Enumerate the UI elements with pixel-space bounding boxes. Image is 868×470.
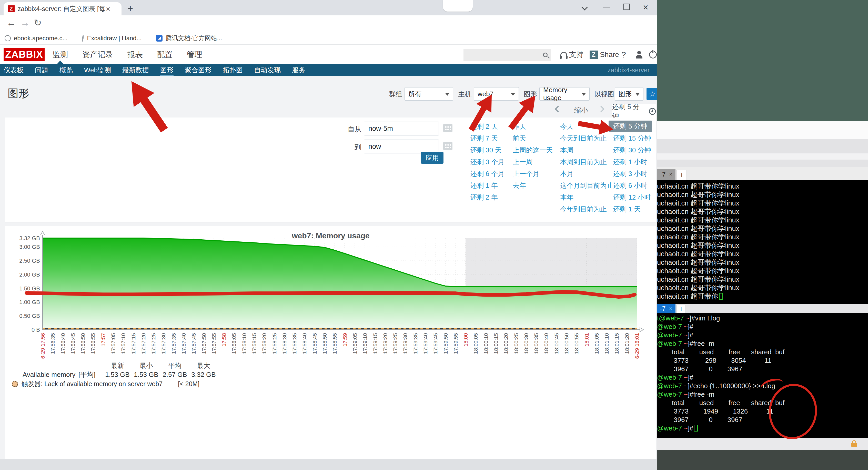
graph-select[interactable]: Memory usage — [539, 87, 590, 100]
x-tick-label: 17:58:50 — [322, 333, 328, 354]
zoom-out-button[interactable]: 缩小 — [574, 106, 588, 115]
terminal-tab-2[interactable]: -7 × — [657, 304, 676, 313]
quick-range-link[interactable]: 本月 — [560, 168, 614, 180]
group-select[interactable]: 所有 — [405, 87, 453, 100]
subnav-item-自动发现[interactable]: 自动发现 — [254, 64, 281, 76]
quick-range-link[interactable]: 还剩 7 天 — [470, 133, 504, 144]
quick-range-link[interactable]: 还剩 1 天 — [613, 203, 652, 215]
quick-range-link[interactable]: 还剩 1 年 — [470, 180, 504, 192]
tab-search-icon[interactable] — [581, 3, 589, 11]
profile-link[interactable] — [635, 45, 643, 64]
quick-range-link[interactable]: 上一周 — [513, 156, 553, 168]
quick-range-link[interactable]: 本年 — [560, 192, 614, 203]
from-label: 自从 — [341, 125, 362, 134]
legend-header: 最大 — [189, 361, 218, 370]
apply-button[interactable]: 应用 — [421, 152, 443, 164]
quick-range-link[interactable]: 本周 — [560, 144, 614, 156]
quick-range-link[interactable]: 还剩 30 分钟 — [613, 144, 652, 156]
help-link[interactable]: ? — [621, 45, 626, 64]
subnav-item-聚合图形[interactable]: 聚合图形 — [185, 64, 212, 76]
browser-tab[interactable]: Z zabbix4-server: 自定义图表 [每 × — [4, 2, 122, 16]
subnav-item-问题[interactable]: 问题 — [35, 64, 48, 76]
search-input[interactable] — [463, 49, 551, 61]
time-range-tab[interactable]: 还剩 5 分钟 — [612, 104, 656, 119]
to-input[interactable]: now — [364, 140, 439, 153]
x-tick-label: 17:57:05 — [110, 333, 116, 354]
maximize-icon[interactable] — [623, 4, 629, 10]
x-tick-label: 18:01 — [584, 333, 590, 347]
terminal-tab-2-close-icon[interactable]: × — [669, 305, 673, 312]
new-tab-button[interactable]: + — [128, 3, 133, 14]
terminal-output-2[interactable]: t@web-7 ~]#vim t.log@web-7 ~]#@web-7 ~]#… — [657, 313, 868, 438]
nav-item-配置[interactable]: 配置 — [157, 50, 173, 60]
subnav-item-概览[interactable]: 概览 — [60, 64, 73, 76]
bookmark-item[interactable]: 腾讯文档-官方网站... — [156, 34, 222, 42]
nav-item-资产记录[interactable]: 资产记录 — [82, 50, 113, 60]
time-back-icon[interactable] — [556, 107, 561, 112]
bookmark-item[interactable]: Excalidraw | Hand... — [82, 35, 142, 42]
time-forward-icon[interactable] — [599, 107, 604, 112]
terminal-new-tab-button-2[interactable]: + — [677, 305, 686, 313]
quick-range-link[interactable]: 还剩 5 分钟 — [609, 121, 652, 132]
quick-range-link[interactable]: 还剩 6 个月 — [470, 168, 504, 180]
x-tick-label: 17:59:30 — [402, 333, 408, 354]
prompt-command: ]# — [688, 424, 693, 432]
quick-range-link[interactable]: 还剩 12 小时 — [613, 192, 652, 203]
prompt-path: ~ — [684, 314, 689, 322]
quick-range-link[interactable]: 本周到目前为止 — [560, 156, 614, 168]
x-tick-label: 17:58:10 — [241, 333, 247, 354]
terminal-line: uchaoit.cn 超哥带你学linux — [657, 284, 868, 292]
subnav-item-拓扑图[interactable]: 拓扑图 — [223, 64, 243, 76]
tab-close-icon[interactable]: × — [106, 5, 111, 13]
reload-icon[interactable]: ↻ — [34, 18, 41, 28]
minimize-icon[interactable] — [603, 7, 610, 7]
nav-item-监测[interactable]: 监测 — [53, 50, 68, 60]
forward-icon[interactable]: → — [21, 18, 30, 28]
view-as-select[interactable]: 图形 — [615, 87, 644, 100]
quick-range-link[interactable]: 前天 — [513, 133, 553, 144]
nav-item-报表[interactable]: 报表 — [127, 50, 143, 60]
terminal-tab-1[interactable]: -7 × — [657, 169, 676, 180]
quick-range-link[interactable]: 还剩 15 分钟 — [613, 133, 652, 144]
bookmark-item[interactable]: ebook.apecome.c... — [5, 35, 67, 42]
x-tick-label: 17:57:40 — [181, 333, 187, 354]
quick-range-link[interactable]: 去年 — [513, 180, 553, 192]
quick-range-link[interactable]: 还剩 3 小时 — [613, 168, 652, 180]
terminal-line: uchaoit.cn 超哥带你学linux — [657, 267, 868, 275]
quick-range-link[interactable]: 上一个月 — [513, 168, 553, 180]
terminal-tab-1-close-icon[interactable]: × — [669, 171, 673, 178]
nav-item-管理[interactable]: 管理 — [187, 50, 202, 60]
quick-range-link[interactable]: 这个月到目前为止 — [560, 180, 614, 192]
y-tick-label: 1.50 GB — [19, 285, 40, 292]
subnav-item-服务[interactable]: 服务 — [292, 64, 305, 76]
subnav-item-Web监测[interactable]: Web监测 — [84, 64, 111, 76]
quick-range-link[interactable]: 还剩 2 年 — [470, 192, 504, 203]
terminal-new-tab-button-1[interactable]: + — [677, 170, 687, 180]
subnav-item-最新数据[interactable]: 最新数据 — [122, 64, 149, 76]
x-tick-label: 18:00:45 — [554, 333, 559, 354]
quick-range-link[interactable]: 上周的这一天 — [513, 144, 553, 156]
terminal-cursor — [694, 425, 698, 432]
terminal-titlebar — [657, 121, 868, 139]
favourite-button[interactable]: ☆ — [647, 88, 658, 100]
quick-range-link[interactable]: 还剩 1 小时 — [613, 156, 652, 168]
zabbix-subnav: 仪表板问题概览Web监测最新数据图形聚合图形拓扑图自动发现服务 — [0, 64, 657, 76]
from-calendar-icon[interactable] — [442, 122, 454, 134]
from-input[interactable]: now-5m — [364, 122, 439, 136]
share-link[interactable]: Z Share — [590, 45, 619, 64]
quick-range-link[interactable]: 还剩 30 天 — [470, 144, 504, 156]
to-calendar-icon[interactable] — [442, 140, 454, 152]
subnav-item-图形[interactable]: 图形 — [160, 64, 174, 76]
logout-link[interactable] — [649, 45, 657, 64]
zabbix-logo[interactable]: ZABBIX — [4, 48, 44, 61]
support-link[interactable]: 支持 — [560, 45, 584, 64]
filter-row: 群组 所有 主机 web7 图形 Memory usage 以视图 图形 ☆ — [0, 87, 657, 100]
back-icon[interactable]: ← — [7, 18, 16, 28]
terminal-output-1[interactable]: uchaoit.cn 超哥带你学linuxuchaoit.cn 超哥带你学lin… — [657, 180, 868, 304]
close-window-icon[interactable]: × — [643, 2, 648, 13]
quick-range-link[interactable]: 今年到目前为止 — [560, 203, 614, 215]
quick-range-link[interactable]: 还剩 3 个月 — [470, 156, 504, 168]
quick-range-link[interactable]: 还剩 6 小时 — [613, 180, 652, 192]
subnav-item-仪表板[interactable]: 仪表板 — [4, 64, 24, 76]
terminal-cursor — [719, 293, 723, 300]
